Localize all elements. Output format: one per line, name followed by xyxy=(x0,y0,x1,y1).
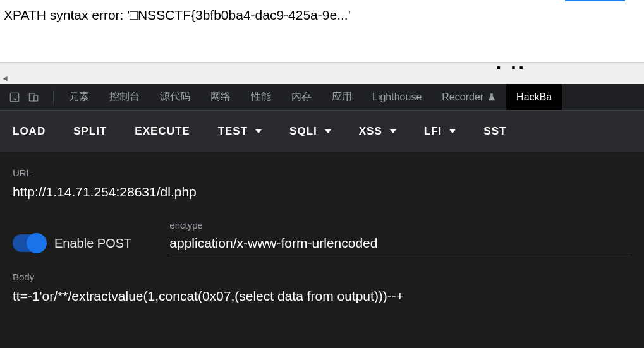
sst-dropdown[interactable]: SST xyxy=(483,125,506,138)
devtools-panel: 元素 控制台 源代码 网络 性能 内存 应用 Lighthouse Record… xyxy=(0,84,644,348)
inspect-element-icon[interactable] xyxy=(9,92,20,103)
sqli-dropdown[interactable]: SQLI xyxy=(289,125,331,138)
divider xyxy=(53,90,54,104)
flask-icon xyxy=(487,93,496,102)
chevron-down-icon xyxy=(390,129,396,133)
body-input[interactable] xyxy=(13,286,631,308)
xpath-error-text: XPATH syntax error: '□NSSCTF{3bfb0ba4-da… xyxy=(4,8,640,23)
enctype-field-group: enctype xyxy=(169,220,631,255)
xss-dropdown[interactable]: XSS xyxy=(359,125,396,138)
chevron-down-icon xyxy=(449,129,456,133)
url-label: URL xyxy=(13,167,631,178)
tab-recorder[interactable]: Recorder xyxy=(432,84,506,110)
post-row: Enable POST enctype xyxy=(13,220,631,255)
tab-performance[interactable]: 性能 xyxy=(241,84,281,110)
tab-memory[interactable]: 内存 xyxy=(281,84,322,110)
page-content-area: XPATH syntax error: '□NSSCTF{3bfb0ba4-da… xyxy=(0,0,644,62)
lfi-dropdown[interactable]: LFI xyxy=(424,125,456,138)
enable-post-label: Enable POST xyxy=(54,236,131,251)
enctype-label: enctype xyxy=(169,220,631,231)
body-label: Body xyxy=(13,272,631,282)
body-field-group: Body xyxy=(13,272,631,308)
tab-hackbar[interactable]: HackBa xyxy=(506,84,562,110)
top-accent-line xyxy=(565,0,625,1)
svg-rect-0 xyxy=(10,93,19,102)
toggle-switch-on[interactable] xyxy=(13,234,46,252)
chevron-down-icon xyxy=(325,129,331,133)
url-input[interactable] xyxy=(13,182,631,203)
enctype-input[interactable] xyxy=(169,233,631,255)
toggle-device-icon[interactable] xyxy=(28,92,39,103)
chevron-down-icon xyxy=(255,129,262,133)
tab-elements[interactable]: 元素 xyxy=(59,84,99,110)
tab-application[interactable]: 应用 xyxy=(322,84,362,110)
tab-network[interactable]: 网络 xyxy=(200,84,241,110)
enable-post-toggle[interactable]: Enable POST xyxy=(13,223,131,252)
toggle-knob xyxy=(27,233,47,253)
devtools-tab-bar: 元素 控制台 源代码 网络 性能 内存 应用 Lighthouse Record… xyxy=(0,84,644,111)
tab-lighthouse[interactable]: Lighthouse xyxy=(362,84,432,110)
horizontal-scroll-track[interactable]: ◄ ▪ ▪▪ xyxy=(0,62,644,84)
hackbar-body: URL Enable POST enctype Body xyxy=(0,152,644,348)
test-dropdown[interactable]: TEST xyxy=(218,125,262,138)
svg-rect-2 xyxy=(34,95,38,101)
url-field-group: URL xyxy=(13,167,631,203)
hackbar-action-bar: LOAD SPLIT EXECUTE TEST SQLI XSS LFI SST xyxy=(0,111,644,152)
tab-console[interactable]: 控制台 xyxy=(99,84,150,110)
scroll-left-icon[interactable]: ◄ xyxy=(1,74,9,83)
tab-sources[interactable]: 源代码 xyxy=(150,84,200,110)
split-button[interactable]: SPLIT xyxy=(73,125,107,138)
load-button[interactable]: LOAD xyxy=(13,125,46,138)
scroll-marks: ▪ ▪▪ xyxy=(497,61,527,75)
execute-button[interactable]: EXECUTE xyxy=(135,125,190,138)
